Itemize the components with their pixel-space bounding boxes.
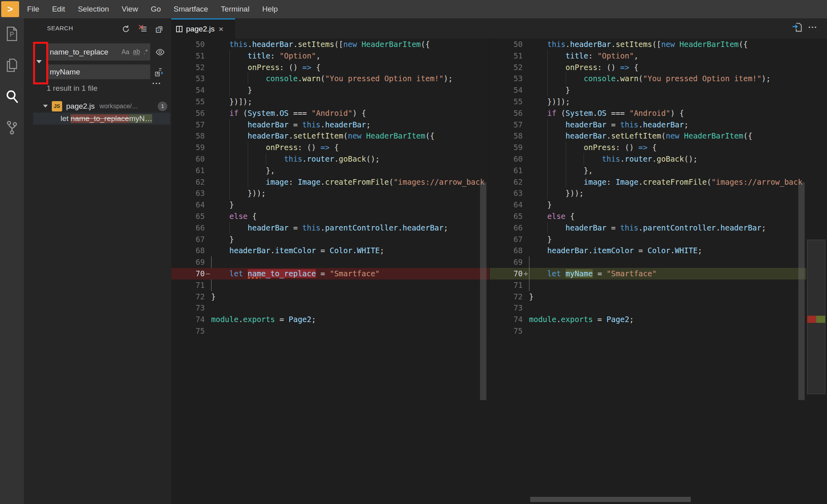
code-text[interactable]: let name_to_replace = "Smartface": [211, 268, 489, 279]
code-text[interactable]: onPress: () => {: [529, 142, 806, 153]
code-text[interactable]: }: [211, 199, 489, 211]
code-text[interactable]: onPress: () => {: [211, 142, 489, 153]
line-number: 69: [171, 256, 205, 268]
code-text[interactable]: }: [529, 291, 806, 303]
whole-word-icon[interactable]: ab: [133, 49, 140, 55]
code-text[interactable]: module.exports = Page2;: [529, 314, 806, 325]
diff-sign: [523, 188, 529, 199]
regex-icon[interactable]: .*: [143, 49, 148, 56]
result-file-row[interactable]: JS page2.js workspace/… 1: [24, 100, 171, 113]
replace-input[interactable]: [49, 67, 148, 77]
menu-item-smartface[interactable]: Smartface: [167, 5, 215, 14]
explorer-files-icon[interactable]: [4, 58, 20, 73]
menu-item-go[interactable]: Go: [144, 5, 167, 14]
code-text[interactable]: let myName = "Smartface": [529, 268, 806, 279]
diff-sign: [523, 39, 529, 50]
code-text[interactable]: if (System.OS === "Android") {: [211, 107, 489, 119]
code-text[interactable]: this.router.goBack();: [529, 153, 806, 165]
code-text[interactable]: }: [211, 291, 489, 303]
code-text[interactable]: console.warn("You pressed Option item!")…: [211, 73, 489, 84]
code-text[interactable]: [529, 256, 806, 268]
toggle-search-details-eye-icon[interactable]: [155, 47, 166, 58]
code-text[interactable]: headerBar.itemColor = Color.WHITE;: [211, 245, 489, 256]
tab-close-icon[interactable]: ×: [219, 24, 223, 34]
line-number: 56: [171, 107, 205, 119]
diff-sign: [523, 153, 529, 165]
horizontal-scrollbar[interactable]: [530, 497, 691, 502]
expand-twisty-icon[interactable]: [43, 105, 48, 107]
menu-item-file[interactable]: File: [21, 5, 46, 14]
match-case-icon[interactable]: Aa: [122, 49, 129, 56]
code-text[interactable]: this.headerBar.setItems([new HeaderBarIt…: [529, 39, 806, 50]
code-text[interactable]: }: [211, 234, 489, 245]
code-text[interactable]: onPress: () => {: [529, 62, 806, 73]
collapse-all-icon[interactable]: [154, 24, 165, 34]
search-icon[interactable]: [4, 89, 20, 104]
code-text[interactable]: [211, 279, 489, 291]
code-text[interactable]: title: "Option",: [211, 50, 489, 62]
search-input[interactable]: [49, 47, 118, 57]
code-text[interactable]: }));: [529, 188, 806, 199]
code-text[interactable]: }));: [211, 188, 489, 199]
code-text[interactable]: },: [211, 165, 489, 176]
code-text[interactable]: console.warn("You pressed Option item!")…: [529, 73, 806, 84]
code-text[interactable]: else {: [211, 211, 489, 222]
more-actions-icon[interactable]: ···: [808, 23, 817, 32]
more-actions-icon[interactable]: ···: [152, 79, 161, 88]
search-match-row[interactable]: let name_to_replacemyN…: [33, 113, 170, 125]
refresh-icon[interactable]: [121, 24, 131, 34]
code-text[interactable]: headerBar.itemColor = Color.WHITE;: [529, 245, 806, 256]
code-text[interactable]: [211, 256, 489, 268]
diff-sign: [205, 222, 211, 234]
code-text[interactable]: title: "Option",: [529, 50, 806, 62]
menu-item-edit[interactable]: Edit: [46, 5, 72, 14]
code-text[interactable]: })]);: [211, 96, 489, 107]
code-line: 70+ let myName = "Smartface": [490, 268, 806, 279]
code-text[interactable]: else {: [529, 211, 806, 222]
menu-item-view[interactable]: View: [116, 5, 145, 14]
code-line: 59 onPress: () => {: [171, 142, 489, 153]
code-line: 64 }: [490, 199, 806, 211]
code-text[interactable]: headerBar = this.parentController.header…: [529, 222, 806, 234]
code-text[interactable]: headerBar = this.headerBar;: [211, 119, 489, 131]
menu-item-terminal[interactable]: Terminal: [214, 5, 256, 14]
code-text[interactable]: }: [529, 199, 806, 211]
replace-all-icon[interactable]: [154, 66, 165, 78]
diff-sign: [205, 84, 211, 96]
app-logo-icon[interactable]: >: [1, 1, 19, 17]
code-text[interactable]: },: [529, 165, 806, 176]
left-pane-scrollbar[interactable]: [480, 182, 486, 400]
code-text[interactable]: [529, 302, 806, 314]
code-text[interactable]: [211, 302, 489, 314]
source-control-icon[interactable]: [4, 120, 20, 135]
code-text[interactable]: [529, 325, 806, 337]
code-text[interactable]: }: [211, 84, 489, 96]
menu-item-help[interactable]: Help: [256, 5, 284, 14]
clear-results-icon[interactable]: [138, 24, 148, 34]
indent-guide: [547, 130, 548, 142]
smartface-pages-icon[interactable]: P: [4, 26, 20, 41]
line-number: 73: [490, 302, 523, 314]
code-text[interactable]: onPress: () => {: [211, 62, 489, 73]
code-text[interactable]: image: Image.createFromFile("images://ar…: [211, 176, 489, 188]
code-text[interactable]: })]);: [529, 96, 806, 107]
toggle-replace-button[interactable]: [34, 43, 44, 80]
code-text[interactable]: [529, 279, 806, 291]
tab-page2js[interactable]: page2.js ×: [171, 18, 235, 39]
code-text[interactable]: if (System.OS === "Android") {: [529, 107, 806, 119]
code-text[interactable]: this.headerBar.setItems([new HeaderBarIt…: [211, 39, 489, 50]
code-text[interactable]: headerBar.setLeftItem(new HeaderBarItem(…: [211, 130, 489, 142]
diff-sign: [523, 325, 529, 337]
code-text[interactable]: headerBar = this.parentController.header…: [211, 222, 489, 234]
code-text[interactable]: module.exports = Page2;: [211, 314, 489, 325]
code-text[interactable]: headerBar.setLeftItem(new HeaderBarItem(…: [529, 130, 806, 142]
code-text[interactable]: this.router.goBack();: [211, 153, 489, 165]
code-text[interactable]: }: [529, 234, 806, 245]
open-file-icon[interactable]: [792, 21, 803, 33]
code-text[interactable]: image: Image.createFromFile("images://ar…: [529, 176, 806, 188]
code-text[interactable]: headerBar = this.headerBar;: [529, 119, 806, 131]
code-text[interactable]: [211, 325, 489, 337]
code-text[interactable]: }: [529, 84, 806, 96]
right-pane-scrollbar[interactable]: [798, 182, 805, 400]
menu-item-selection[interactable]: Selection: [71, 5, 115, 14]
